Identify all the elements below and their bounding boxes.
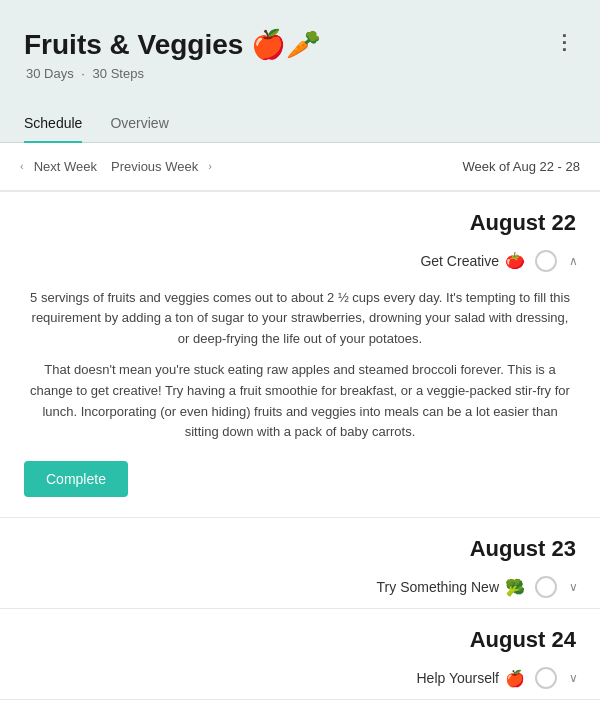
day-header-aug23: August 23 — [0, 518, 600, 570]
day-header-aug22: August 22 — [0, 192, 600, 244]
page-header: Fruits & Veggies 🍎🥕 30 Days · 30 Steps ⋮ — [0, 0, 600, 97]
expand-icon-aug22[interactable]: ∧ — [567, 254, 580, 268]
main-content: ‹ Next Week Previous Week › Week of Aug … — [0, 143, 600, 702]
expand-icon-aug23[interactable]: ∨ — [567, 580, 580, 594]
expanded-para-2: That doesn't mean you're stuck eating ra… — [24, 360, 576, 443]
prev-chevron-icon: ‹ — [20, 160, 24, 172]
expanded-content-aug22: 5 servings of fruits and veggies comes o… — [0, 282, 600, 518]
week-range-label: Week of Aug 22 - 28 — [462, 159, 580, 174]
next-chevron-icon: › — [208, 160, 212, 172]
task-label-get-creative: Get Creative — [420, 253, 499, 269]
task-complete-circle-aug24[interactable] — [535, 667, 557, 689]
expand-icon-aug24[interactable]: ∨ — [567, 671, 580, 685]
task-label-help-yourself: Help Yourself — [416, 670, 499, 686]
task-name-help-yourself: Help Yourself 🍎 — [416, 669, 525, 688]
task-label-try-something: Try Something New — [377, 579, 499, 595]
more-menu-icon[interactable]: ⋮ — [554, 30, 576, 54]
expanded-para-1: 5 servings of fruits and veggies comes o… — [24, 288, 576, 350]
steps-label: 30 Steps — [93, 66, 144, 81]
task-name-try-something: Try Something New 🥦 — [377, 578, 525, 597]
complete-button[interactable]: Complete — [24, 461, 128, 497]
days-label: 30 Days — [26, 66, 74, 81]
tab-bar: Schedule Overview — [0, 105, 600, 143]
day-section-aug24: August 24 Help Yourself 🍎 ∨ — [0, 609, 600, 699]
task-emoji-try-something: 🥦 — [505, 578, 525, 597]
nav-left: ‹ Next Week Previous Week › — [20, 157, 212, 176]
tab-overview[interactable]: Overview — [110, 105, 168, 143]
day-header-aug24: August 24 — [0, 609, 600, 661]
task-complete-circle-aug22[interactable] — [535, 250, 557, 272]
day-section-aug23: August 23 Try Something New 🥦 ∨ — [0, 518, 600, 608]
next-week-button[interactable]: Next Week — [30, 157, 101, 176]
task-emoji-get-creative: 🍅 — [505, 251, 525, 270]
day-section-aug22: August 22 Get Creative 🍅 ∧ 5 servings of… — [0, 192, 600, 518]
week-navigation: ‹ Next Week Previous Week › Week of Aug … — [0, 143, 600, 191]
task-row-aug24: Help Yourself 🍎 ∨ — [0, 661, 600, 699]
task-row-aug23: Try Something New 🥦 ∨ — [0, 570, 600, 608]
task-complete-circle-aug23[interactable] — [535, 576, 557, 598]
page-title: Fruits & Veggies 🍎🥕 — [24, 28, 576, 62]
dot-separator: · — [81, 66, 85, 81]
task-row-aug22: Get Creative 🍅 ∧ — [0, 244, 600, 282]
separator-4 — [0, 699, 600, 700]
tab-schedule[interactable]: Schedule — [24, 105, 82, 143]
task-name-get-creative: Get Creative 🍅 — [420, 251, 525, 270]
page-subtitle: 30 Days · 30 Steps — [24, 66, 576, 81]
task-emoji-help-yourself: 🍎 — [505, 669, 525, 688]
prev-week-button[interactable]: Previous Week — [107, 157, 202, 176]
